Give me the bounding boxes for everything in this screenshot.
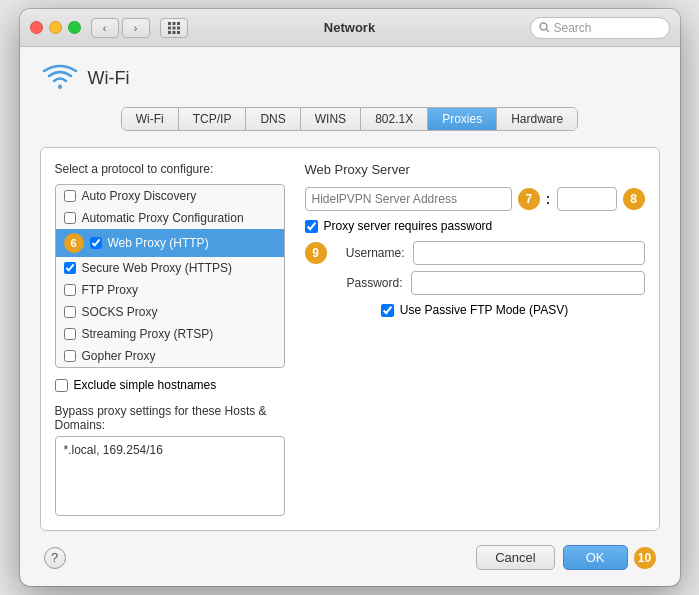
requires-password-row: Proxy server requires password [305,219,645,233]
protocol-title: Select a protocol to configure: [55,162,285,176]
window-title: Network [324,20,375,35]
socks-label: SOCKS Proxy [82,305,158,319]
svg-rect-5 [177,26,180,29]
gopher-label: Gopher Proxy [82,349,156,363]
pasv-checkbox[interactable] [381,304,394,317]
pasv-row: Use Passive FTP Mode (PASV) [305,303,645,317]
socks-checkbox[interactable] [64,306,76,318]
password-row: Password: •••••••••••• [305,271,645,295]
grid-button[interactable] [160,18,188,38]
traffic-lights [30,21,81,34]
svg-line-10 [546,30,549,33]
svg-rect-3 [168,26,171,29]
server-address-input[interactable] [305,187,512,211]
wifi-header: Wi-Fi [40,63,660,93]
bypass-title: Bypass proxy settings for these Hosts & … [55,404,285,432]
secure-web-label: Secure Web Proxy (HTTPS) [82,261,232,275]
badge-10: 10 [634,547,656,569]
protocol-streaming[interactable]: Streaming Proxy (RTSP) [56,323,284,345]
auto-config-checkbox[interactable] [64,212,76,224]
badge-8: 8 [623,188,645,210]
gopher-checkbox[interactable] [64,350,76,362]
auto-discovery-checkbox[interactable] [64,190,76,202]
protocol-socks[interactable]: SOCKS Proxy [56,301,284,323]
badge-9: 9 [305,242,327,264]
username-input[interactable]: VPN username [413,241,645,265]
wifi-icon [40,63,80,93]
protocol-auto-discovery[interactable]: Auto Proxy Discovery [56,185,284,207]
tab-8021x[interactable]: 802.1X [361,108,428,130]
content-area: Wi-Fi Wi-Fi TCP/IP DNS WINS 802.1X Proxi… [20,47,680,586]
ftp-checkbox[interactable] [64,284,76,296]
action-buttons: Cancel OK 10 [476,545,655,570]
protocol-web-proxy[interactable]: 6 Web Proxy (HTTP) [56,229,284,257]
requires-password-checkbox[interactable] [305,220,318,233]
help-button[interactable]: ? [44,547,66,569]
search-placeholder: Search [554,21,592,35]
badge-7: 7 [518,188,540,210]
protocol-list: Auto Proxy Discovery Automatic Proxy Con… [55,184,285,368]
svg-rect-0 [168,22,171,25]
exclude-hostnames-checkbox[interactable] [55,379,68,392]
svg-point-9 [540,23,547,30]
nav-buttons: ‹ › [91,18,150,38]
titlebar: ‹ › Network Search [20,9,680,47]
password-label: Password: [333,276,403,290]
tab-wifi[interactable]: Wi-Fi [122,108,179,130]
tab-tcpip[interactable]: TCP/IP [179,108,247,130]
left-panel: Select a protocol to configure: Auto Pro… [55,162,285,516]
tab-wins[interactable]: WINS [301,108,361,130]
protocol-auto-config[interactable]: Automatic Proxy Configuration [56,207,284,229]
network-window: ‹ › Network Search [20,9,680,586]
search-box[interactable]: Search [530,17,670,39]
svg-rect-1 [172,22,175,25]
protocol-gopher[interactable]: Gopher Proxy [56,345,284,367]
secure-web-checkbox[interactable] [64,262,76,274]
pasv-label: Use Passive FTP Mode (PASV) [400,303,568,317]
tab-hardware[interactable]: Hardware [497,108,577,130]
tab-dns[interactable]: DNS [246,108,300,130]
back-button[interactable]: ‹ [91,18,119,38]
footer: ? Cancel OK 10 [40,545,660,570]
svg-rect-2 [177,22,180,25]
bypass-section: Bypass proxy settings for these Hosts & … [55,404,285,516]
cancel-button[interactable]: Cancel [476,545,554,570]
tabs-bar: Wi-Fi TCP/IP DNS WINS 802.1X Proxies Har… [121,107,578,131]
ftp-label: FTP Proxy [82,283,138,297]
auto-config-label: Automatic Proxy Configuration [82,211,244,225]
streaming-label: Streaming Proxy (RTSP) [82,327,214,341]
minimize-button[interactable] [49,21,62,34]
close-button[interactable] [30,21,43,34]
password-input[interactable]: •••••••••••• [411,271,645,295]
ok-button[interactable]: OK [563,545,628,570]
right-panel: Web Proxy Server 7 : 3129 8 Proxy server… [305,162,645,516]
streaming-checkbox[interactable] [64,328,76,340]
exclude-row: Exclude simple hostnames [55,378,285,392]
server-row: 7 : 3129 8 [305,187,645,211]
svg-rect-8 [177,31,180,34]
search-icon [539,22,550,33]
maximize-button[interactable] [68,21,81,34]
forward-button[interactable]: › [122,18,150,38]
bypass-area[interactable]: *.local, 169.254/16 [55,436,285,516]
username-row: 9 Username: VPN username [305,241,645,265]
protocol-secure-web[interactable]: Secure Web Proxy (HTTPS) [56,257,284,279]
web-proxy-checkbox[interactable] [90,237,102,249]
colon-separator: : [546,191,551,207]
protocol-ftp[interactable]: FTP Proxy [56,279,284,301]
svg-rect-4 [172,26,175,29]
web-proxy-label: Web Proxy (HTTP) [108,236,209,250]
main-area: Select a protocol to configure: Auto Pro… [40,147,660,531]
svg-rect-6 [168,31,171,34]
web-proxy-server-title: Web Proxy Server [305,162,645,177]
svg-point-11 [58,85,62,89]
auto-discovery-label: Auto Proxy Discovery [82,189,197,203]
port-input[interactable]: 3129 [557,187,617,211]
username-label: Username: [335,246,405,260]
badge-6: 6 [64,233,84,253]
wifi-label: Wi-Fi [88,68,130,89]
exclude-label: Exclude simple hostnames [74,378,217,392]
requires-password-label: Proxy server requires password [324,219,493,233]
tab-proxies[interactable]: Proxies [428,108,497,130]
svg-rect-7 [172,31,175,34]
